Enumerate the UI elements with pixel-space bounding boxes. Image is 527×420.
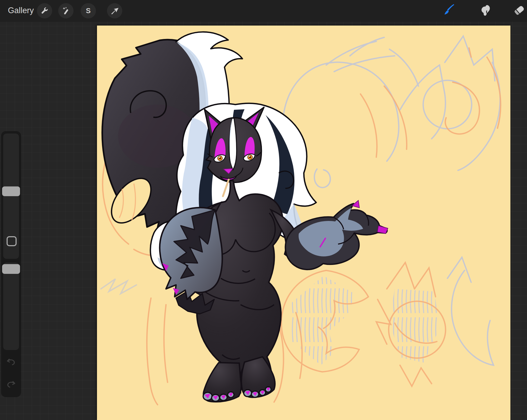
smudge-tool-button[interactable] xyxy=(478,4,492,18)
feet xyxy=(203,357,275,402)
transform-arrow-icon xyxy=(110,7,119,15)
magic-wand-icon xyxy=(62,7,70,15)
top-toolbar: Gallery S xyxy=(0,0,527,22)
opacity-slider[interactable] xyxy=(3,263,19,350)
paint-tool-button[interactable] xyxy=(442,4,456,18)
forehead-stripe xyxy=(229,118,237,170)
adjustments-button[interactable] xyxy=(58,3,74,18)
brush-size-handle[interactable] xyxy=(2,186,20,196)
undo-icon xyxy=(6,364,16,368)
gallery-button[interactable]: Gallery xyxy=(8,0,34,22)
sketch-layer-hatch xyxy=(289,276,440,365)
smudge-icon xyxy=(478,3,492,18)
eraser-tool-button[interactable] xyxy=(512,4,526,18)
drawing-canvas[interactable] xyxy=(97,26,510,420)
selection-button[interactable]: S xyxy=(81,3,96,18)
eraser-icon xyxy=(513,3,526,18)
redo-icon xyxy=(6,386,16,391)
redo-button[interactable] xyxy=(6,379,16,390)
procreate-app: Gallery S xyxy=(0,0,527,420)
undo-button[interactable] xyxy=(6,357,16,368)
skunk-artwork xyxy=(97,26,510,420)
wrench-icon xyxy=(40,7,49,15)
svg-text:S: S xyxy=(86,7,91,15)
actions-button[interactable] xyxy=(37,3,52,18)
opacity-handle[interactable] xyxy=(2,264,20,274)
brush-icon xyxy=(442,3,456,18)
transform-button[interactable] xyxy=(107,3,122,18)
brush-sidebar xyxy=(1,131,21,397)
modify-button[interactable] xyxy=(7,236,17,246)
selection-s-icon: S xyxy=(84,6,93,15)
